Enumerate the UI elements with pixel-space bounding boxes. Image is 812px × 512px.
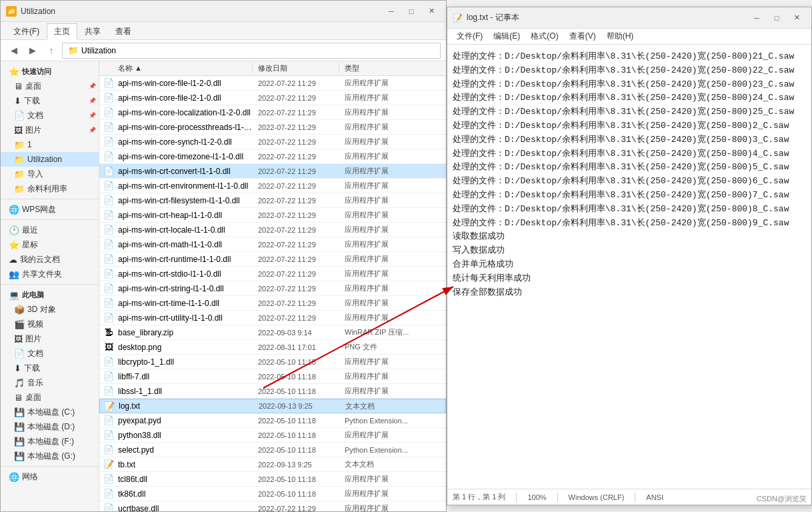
sidebar-this-pc-label: 此电脑 — [22, 290, 44, 300]
sidebar-item-d[interactable]: 💾 本地磁盘 (D:) — [1, 419, 99, 434]
notepad-close-button[interactable]: ✕ — [787, 11, 806, 25]
sidebar-item-f[interactable]: 💾 本地磁盘 (F:) — [1, 434, 99, 449]
col-date-header[interactable]: 修改日期 — [253, 63, 339, 73]
sidebar-item-docs[interactable]: 📄 文档 📌 — [1, 108, 99, 123]
file-row[interactable]: 📝 tb.txt 2022-09-13 9:25 文本文档 — [99, 457, 446, 472]
file-row[interactable]: 📄 select.pyd 2022-05-10 11:18 Python Ext… — [99, 443, 446, 457]
desktop2-icon: 🖥 — [14, 393, 23, 403]
file-row[interactable]: 📄 api-ms-win-crt-string-l1-1-0.dll 2022-… — [99, 281, 446, 296]
file-row[interactable]: 📄 libssl-1_1.dll 2022-05-10 11:18 应用程序扩展 — [99, 384, 446, 399]
sidebar: ⭐ 快速访问 🖥 桌面 📌 ⬇ 下载 📌 📄 文档 📌 🖼 图片 � — [1, 61, 99, 511]
file-row[interactable]: 📄 api-ms-win-crt-stdio-l1-1-0.dll 2022-0… — [99, 267, 446, 281]
sidebar-item-desktop2[interactable]: 🖥 桌面 — [1, 390, 99, 405]
notepad-content[interactable]: 处理的文件：D:/Desktop/余料利用率\8.31\长(250-2420)宽… — [447, 45, 811, 489]
notepad-minimize-button[interactable]: ─ — [747, 11, 766, 25]
divider-4 — [1, 466, 99, 467]
file-type: 应用程序扩展 — [339, 151, 419, 161]
sidebar-item-pictures[interactable]: 🖼 图片 📌 — [1, 123, 99, 137]
sidebar-item-1[interactable]: 📁 1 — [1, 137, 99, 152]
minimize-button[interactable]: ─ — [382, 5, 401, 18]
file-date: 2022-05-10 11:18 — [253, 373, 339, 381]
file-row[interactable]: 📄 api-ms-win-crt-utility-l1-1-0.dll 2022… — [99, 311, 446, 325]
sidebar-item-starred[interactable]: ⭐ 星标 — [1, 237, 99, 252]
sidebar-item-downloads[interactable]: ⬇ 下载 — [1, 361, 99, 375]
sidebar-item-g[interactable]: 💾 本地磁盘 (G:) — [1, 449, 99, 463]
file-rows-container: 📄 api-ms-win-core-file-l1-2-0.dll 2022-0… — [99, 76, 446, 511]
sidebar-item-utilization[interactable]: 📁 Utilization — [1, 152, 99, 167]
sidebar-item-recent[interactable]: 🕐 最近 — [1, 223, 99, 237]
file-row[interactable]: 📄 libffi-7.dll 2022-05-10 11:18 应用程序扩展 — [99, 369, 446, 384]
file-name: api-ms-win-core-file-l1-2-0.dll — [118, 79, 253, 88]
menu-format[interactable]: 格式(O) — [527, 30, 562, 43]
file-row[interactable]: 🗜 base_library.zip 2022-09-03 9:14 WinRA… — [99, 325, 446, 340]
file-row[interactable]: 📄 ucrtbase.dll 2022-07-22 11:29 应用程序扩展 — [99, 501, 446, 511]
file-type: 应用程序扩展 — [339, 283, 419, 293]
menu-help[interactable]: 帮助(H) — [603, 30, 638, 43]
tab-share[interactable]: 共享 — [77, 23, 108, 39]
sidebar-item-documents[interactable]: 📄 文档 — [1, 346, 99, 361]
file-row[interactable]: 📄 api-ms-win-crt-math-l1-1-0.dll 2022-07… — [99, 237, 446, 252]
sidebar-item-this-pc[interactable]: 💻 此电脑 — [1, 287, 99, 302]
sidebar-item-network[interactable]: 🌐 网络 — [1, 469, 99, 484]
file-row[interactable]: 📄 api-ms-win-crt-convert-l1-1-0.dll 2022… — [99, 164, 446, 179]
file-row[interactable]: 📄 python38.dll 2022-05-10 11:18 应用程序扩展 — [99, 428, 446, 443]
back-button[interactable]: ◀ — [6, 43, 22, 59]
file-row[interactable]: 📄 api-ms-win-core-file-l1-2-0.dll 2022-0… — [99, 76, 446, 91]
sidebar-item-pics[interactable]: 🖼 图片 — [1, 331, 99, 346]
close-button[interactable]: ✕ — [422, 5, 441, 18]
menu-view[interactable]: 查看(V) — [565, 30, 600, 43]
address-box[interactable]: 📁 Utilization — [62, 43, 441, 59]
file-row[interactable]: 📄 api-ms-win-core-localization-l1-2-0.dl… — [99, 105, 446, 120]
notepad-maximize-button[interactable]: □ — [767, 11, 786, 25]
file-date: 2022-09-13 9:25 — [253, 402, 340, 410]
file-type: 应用程序扩展 — [339, 489, 419, 499]
starred-icon: ⭐ — [9, 240, 19, 250]
sidebar-item-c[interactable]: 💾 本地磁盘 (C:) — [1, 405, 99, 419]
forward-button[interactable]: ▶ — [25, 43, 41, 59]
menu-file[interactable]: 文件(F) — [453, 30, 487, 43]
sidebar-item-desktop[interactable]: 🖥 桌面 📌 — [1, 79, 99, 93]
file-row[interactable]: 📄 api-ms-win-crt-time-l1-1-0.dll 2022-07… — [99, 296, 446, 311]
file-row[interactable]: 📄 pyexpat.pyd 2022-05-10 11:18 Python Ex… — [99, 413, 446, 428]
sidebar-network-label: 网络 — [22, 471, 38, 483]
status-zoom: 100% — [527, 493, 546, 501]
sidebar-item-quick-access[interactable]: ⭐ 快速访问 — [1, 64, 99, 79]
up-button[interactable]: ↑ — [43, 43, 59, 59]
file-row[interactable]: 📄 tcl86t.dll 2022-05-10 11:18 应用程序扩展 — [99, 472, 446, 487]
maximize-button[interactable]: □ — [402, 5, 421, 18]
tab-view[interactable]: 查看 — [108, 23, 139, 39]
tab-home[interactable]: 主页 — [47, 23, 77, 40]
file-row[interactable]: 📄 api-ms-win-core-processthreads-l1-1...… — [99, 120, 446, 135]
file-row[interactable]: 📄 api-ms-win-crt-filesystem-l1-1-0.dll 2… — [99, 193, 446, 208]
file-icon: 📄 — [99, 430, 118, 440]
sidebar-item-3d[interactable]: 📦 3D 对象 — [1, 302, 99, 317]
file-row[interactable]: 📄 api-ms-win-crt-runtime-l1-1-0.dll 2022… — [99, 252, 446, 267]
sidebar-item-wps[interactable]: 🌐 WPS网盘 — [1, 202, 99, 217]
recent-icon: 🕐 — [9, 225, 19, 235]
file-row[interactable]: 📄 api-ms-win-core-synch-l1-2-0.dll 2022-… — [99, 135, 446, 149]
file-row[interactable]: 🖼 desktop.png 2022-08-31 17:01 PNG 文件 — [99, 340, 446, 355]
file-row[interactable]: 📄 api-ms-win-core-file-l2-1-0.dll 2022-0… — [99, 91, 446, 105]
sidebar-item-scraps[interactable]: 📁 余料利用率 — [1, 181, 99, 196]
pictures-icon: 🖼 — [14, 125, 23, 135]
menu-edit[interactable]: 编辑(E) — [489, 30, 524, 43]
file-row[interactable]: 📄 tk86t.dll 2022-05-10 11:18 应用程序扩展 — [99, 487, 446, 501]
address-path: Utilization — [81, 46, 116, 55]
col-name-header[interactable]: 名称 ▲ — [99, 63, 253, 73]
sidebar-item-download[interactable]: ⬇ 下载 📌 — [1, 93, 99, 108]
tab-file[interactable]: 文件(F) — [6, 23, 47, 39]
file-row[interactable]: 📄 libcrypto-1_1.dll 2022-05-10 11:18 应用程… — [99, 355, 446, 369]
file-row[interactable]: 📄 api-ms-win-crt-heap-l1-1-0.dll 2022-07… — [99, 208, 446, 223]
sidebar-item-video[interactable]: 🎬 视频 — [1, 317, 99, 331]
file-icon: 📄 — [99, 93, 118, 103]
sidebar-item-shared[interactable]: 👥 共享文件夹 — [1, 267, 99, 281]
col-type-header[interactable]: 类型 — [339, 63, 419, 73]
sidebar-item-import[interactable]: 📁 导入 — [1, 167, 99, 181]
sidebar-item-music[interactable]: 🎵 音乐 — [1, 375, 99, 390]
file-name: api-ms-win-crt-filesystem-l1-1-0.dll — [118, 196, 253, 205]
file-row[interactable]: 📄 api-ms-win-core-timezone-l1-1-0.dll 20… — [99, 149, 446, 164]
file-row[interactable]: 📄 api-ms-win-crt-locale-l1-1-0.dll 2022-… — [99, 223, 446, 237]
sidebar-item-cloud[interactable]: ☁ 我的云文档 — [1, 252, 99, 267]
file-row[interactable]: 📝 log.txt 2022-09-13 9:25 文本文档 — [99, 399, 446, 413]
file-row[interactable]: 📄 api-ms-win-crt-environment-l1-1-0.dll … — [99, 179, 446, 193]
